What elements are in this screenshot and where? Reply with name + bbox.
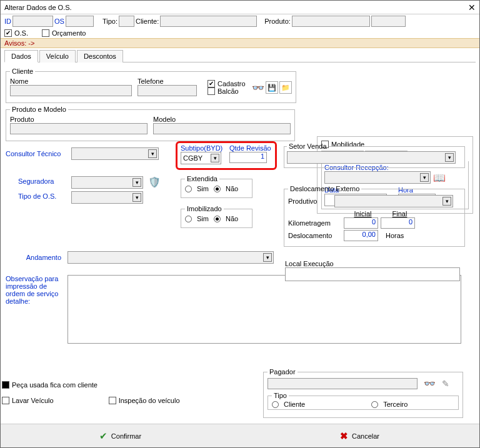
produto-group: Produto e Modelo Produto Modelo [6, 106, 295, 141]
tipo-os-combo[interactable]: ▾ [71, 191, 143, 204]
seguradora-combo[interactable]: ▾ [71, 176, 143, 189]
cliente-group: Cliente Nome Telefone Cadastro Balcão 👓 … [6, 67, 296, 103]
cancelar-label: Cancelar [352, 432, 379, 440]
obs-textarea[interactable] [68, 275, 461, 344]
obs-label: Observação para impressão de ordem de se… [6, 275, 65, 305]
produto-field[interactable] [292, 16, 370, 27]
lavar-label: Lavar Veículo [12, 397, 54, 404]
avisos-bar: Avisos: -> [1, 38, 479, 48]
produto-label: Produto: [264, 17, 291, 25]
os-chk-label: O.S. [14, 29, 28, 37]
lavar-checkbox[interactable] [2, 397, 9, 404]
extendida-group: Extendida Sim Não [181, 175, 252, 198]
andamento-combo[interactable]: ▾ [68, 251, 274, 264]
header-row2: O.S. Orçamento [1, 28, 479, 38]
produtivo-combo[interactable]: ▾ [334, 195, 453, 207]
nome-label: Nome [10, 77, 135, 85]
final-header: Final [382, 210, 417, 217]
horas-label: Horas [386, 232, 404, 239]
window-titlebar: Alterar Dados de O.S. ✕ [1, 1, 479, 14]
local-exec-wrap: Local Execução [285, 260, 466, 282]
km-final[interactable]: 0 [381, 217, 415, 229]
nome-field[interactable] [10, 85, 132, 96]
cadastro-label: Cadastro [218, 80, 246, 87]
balcao-label: Balcão [218, 87, 239, 95]
cliente-field[interactable] [160, 16, 257, 27]
eraser-icon[interactable]: ✎ [442, 379, 449, 389]
desl-value[interactable]: 0,00 [344, 230, 378, 241]
glasses-icon-2[interactable]: 👓 [424, 378, 436, 389]
tipo-os-label: Tipo de O.S. [18, 192, 56, 200]
pagador-field[interactable] [268, 378, 418, 389]
desl-label: Deslocamento [288, 232, 341, 239]
km-label: Kilometragem [288, 219, 341, 227]
folder-icon[interactable]: 📁 [279, 81, 292, 94]
qtde-label: Qtde Revisão [229, 144, 271, 152]
consultor-tecnico-label: Consultor Técnico [6, 150, 61, 157]
km-inicial[interactable]: 0 [344, 217, 378, 229]
main-tabs: Dados Veículo Descontos [4, 49, 476, 62]
setor-combo[interactable]: ▾ [287, 151, 456, 164]
insp-label: Inspeção do veículo [119, 397, 180, 404]
produto-legend: Produto e Modelo [10, 106, 68, 113]
produto-field2[interactable] [371, 16, 406, 27]
os-field[interactable] [66, 16, 94, 27]
tipo-field[interactable] [119, 16, 134, 27]
imob-nao-radio[interactable] [214, 216, 221, 222]
save-icon[interactable]: 💾 [266, 81, 278, 94]
seguradora-label: Seguradora [18, 177, 54, 185]
peca-checkbox[interactable] [2, 381, 9, 389]
orc-chk-label: Orçamento [52, 29, 86, 37]
id-label: ID [4, 17, 11, 25]
glasses-icon[interactable]: 👓 [252, 82, 264, 94]
subtipo-value: CGBY [183, 154, 202, 162]
ext-nao-radio[interactable] [214, 186, 221, 192]
consultor-tecnico-combo[interactable]: ▾ [71, 147, 159, 160]
cadastro-checkbox[interactable] [208, 80, 215, 87]
desloc-legend: Deslocamento Externo [288, 185, 361, 192]
tab-descontos[interactable]: Descontos [77, 50, 123, 62]
qtde-field[interactable]: 1 [229, 152, 267, 163]
close-icon[interactable]: ✕ [468, 2, 476, 12]
andamento-label: Andamento [6, 254, 65, 261]
tab-veiculo[interactable]: Veículo [39, 50, 76, 62]
produtivo-label: Produtivo [288, 197, 332, 205]
local-exec-field[interactable] [285, 267, 460, 281]
check-icon: ✔ [99, 431, 108, 442]
header-row: ID OS Tipo: Cliente: Produto: [1, 14, 479, 28]
pag-cliente-radio[interactable] [272, 401, 279, 408]
ext-sim-radio[interactable] [185, 186, 192, 192]
orcamento-checkbox[interactable] [42, 29, 49, 37]
window-title: Alterar Dados de O.S. [4, 4, 72, 11]
imobilizado-group: Imobilizado Sim Não [181, 205, 252, 228]
cancelar-button[interactable]: ✖ Cancelar [334, 428, 386, 444]
setor-legend: Setor Venda [287, 142, 329, 150]
confirmar-button[interactable]: ✔ Confirmar [93, 428, 148, 444]
tipo-label: Tipo: [102, 17, 118, 25]
peca-label: Peça usada fica com cliente [12, 381, 98, 389]
insp-checkbox[interactable] [109, 397, 116, 404]
tab-dados[interactable]: Dados [4, 50, 38, 62]
modelo-field[interactable] [153, 123, 291, 134]
tab-content: Cliente Nome Telefone Cadastro Balcão 👓 … [1, 62, 479, 346]
produto-label2: Produto [10, 116, 151, 123]
imob-sim-radio[interactable] [185, 216, 192, 222]
pagador-tipo-legend: Tipo [272, 392, 289, 399]
pagador-group: Pagador 👓 ✎ Tipo Cliente Terceiro [263, 368, 463, 418]
balcao-checkbox[interactable] [208, 87, 215, 95]
setor-group: Setor Venda ▾ [284, 142, 465, 168]
telefone-field[interactable] [138, 85, 197, 96]
shield-icon[interactable]: 🛡️ [148, 176, 161, 188]
button-bar: ✔ Confirmar ✖ Cancelar [1, 424, 479, 447]
os-label: OS [54, 17, 64, 25]
local-exec-label: Local Execução [285, 260, 466, 267]
x-icon: ✖ [340, 431, 348, 442]
id-field[interactable] [12, 16, 53, 27]
peca-row: Peça usada fica com cliente [2, 381, 98, 389]
telefone-label: Telefone [138, 77, 200, 85]
subtipo-combo[interactable]: CGBY▾ [181, 152, 221, 164]
os-checkbox[interactable] [4, 29, 12, 37]
produto-field3[interactable] [10, 123, 148, 134]
pag-terceiro-radio[interactable] [371, 401, 378, 408]
cliente-label: Cliente: [136, 17, 159, 25]
